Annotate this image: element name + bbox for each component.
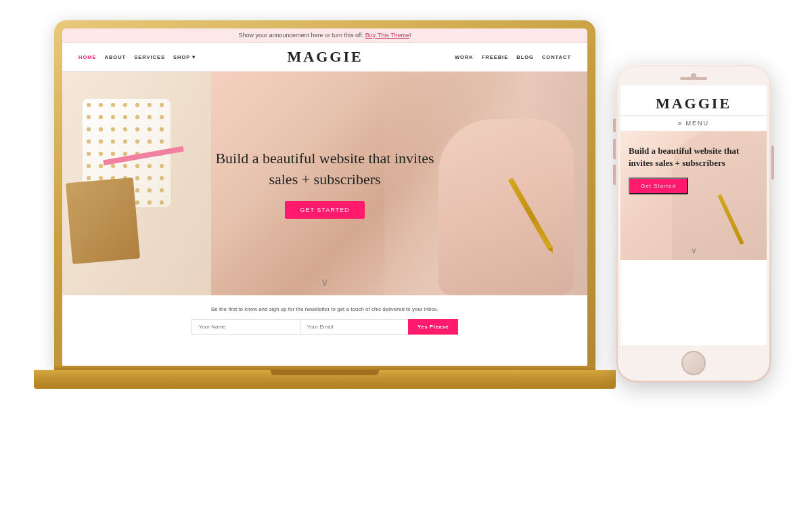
nav-blog[interactable]: BLOG bbox=[516, 54, 534, 60]
kraft-paper bbox=[66, 177, 140, 264]
nav-freebie[interactable]: FREEBIE bbox=[482, 54, 509, 60]
nav-left: HOME ABOUT SERVICES SHOP ▾ bbox=[78, 54, 196, 60]
laptop-lid: Show your announcement here or turn this… bbox=[54, 20, 595, 373]
phone-speaker bbox=[680, 77, 707, 80]
yes-please-button[interactable]: Yes Please bbox=[408, 319, 458, 335]
phone-home-button[interactable] bbox=[681, 351, 706, 375]
phone-hero-cta-button[interactable]: Get Started bbox=[629, 177, 688, 194]
phone-power-btn bbox=[771, 146, 774, 179]
nav-home[interactable]: HOME bbox=[78, 54, 97, 60]
site-logo: MAGGIE bbox=[288, 48, 363, 66]
announcement-text: Show your announcement here or turn this… bbox=[238, 32, 365, 39]
phone-menu-bar[interactable]: ≡ MENU bbox=[621, 116, 767, 131]
phone-hero-text: Build a beautiful website that invites s… bbox=[621, 131, 767, 201]
newsletter-section: Be the first to know and sign up for the… bbox=[62, 295, 587, 344]
email-input[interactable] bbox=[300, 319, 408, 335]
hero-cta-button[interactable]: Get Started bbox=[285, 201, 364, 219]
phone-hero: Build a beautiful website that invites s… bbox=[621, 131, 767, 260]
newsletter-form: Yes Please bbox=[76, 319, 574, 335]
phone-inner: MAGGIE ≡ MENU Build a beautiful website … bbox=[618, 66, 769, 381]
hero-chevron-icon[interactable]: ∨ bbox=[321, 276, 329, 289]
nav-about[interactable]: ABOUT bbox=[105, 54, 127, 60]
nav-services[interactable]: SERVICES bbox=[134, 54, 165, 60]
phone-mute-btn bbox=[613, 119, 616, 132]
site-navigation: HOME ABOUT SERVICES SHOP ▾ MAGGIE WORK F… bbox=[62, 43, 587, 72]
hand-arm bbox=[438, 119, 574, 295]
newsletter-text: Be the first to know and sign up for the… bbox=[76, 306, 574, 312]
laptop-mockup: Show your announcement here or turn this… bbox=[34, 20, 616, 481]
name-input[interactable] bbox=[191, 319, 300, 335]
phone-hero-heading: Build a beautiful website that invites s… bbox=[629, 145, 759, 169]
nav-work[interactable]: WORK bbox=[455, 54, 474, 60]
nav-shop[interactable]: SHOP ▾ bbox=[173, 54, 196, 60]
announcement-bar: Show your announcement here or turn this… bbox=[62, 28, 587, 43]
phone-body: MAGGIE ≡ MENU Build a beautiful website … bbox=[616, 64, 771, 383]
hero-heading: Build a beautiful website that invites s… bbox=[215, 148, 434, 190]
phone-mockup: MAGGIE ≡ MENU Build a beautiful website … bbox=[616, 64, 771, 383]
nav-right: WORK FREEBIE BLOG CONTACT bbox=[455, 54, 571, 60]
hero-deco-left bbox=[62, 72, 211, 295]
laptop-screen: Show your announcement here or turn this… bbox=[62, 28, 587, 368]
laptop-base bbox=[34, 370, 616, 389]
nav-contact[interactable]: CONTACT bbox=[542, 54, 571, 60]
phone-logo: MAGGIE bbox=[621, 85, 767, 116]
phone-topbar bbox=[618, 66, 769, 85]
phone-vol-down-btn bbox=[613, 165, 616, 185]
phone-hero-chevron-icon: ∨ bbox=[691, 246, 697, 256]
hero-text-block: Build a beautiful website that invites s… bbox=[215, 148, 434, 219]
phone-vol-up-btn bbox=[613, 139, 616, 159]
hero-section: Build a beautiful website that invites s… bbox=[62, 72, 587, 295]
phone-screen: MAGGIE ≡ MENU Build a beautiful website … bbox=[621, 85, 767, 345]
buy-theme-link[interactable]: Buy This Theme bbox=[365, 32, 409, 39]
